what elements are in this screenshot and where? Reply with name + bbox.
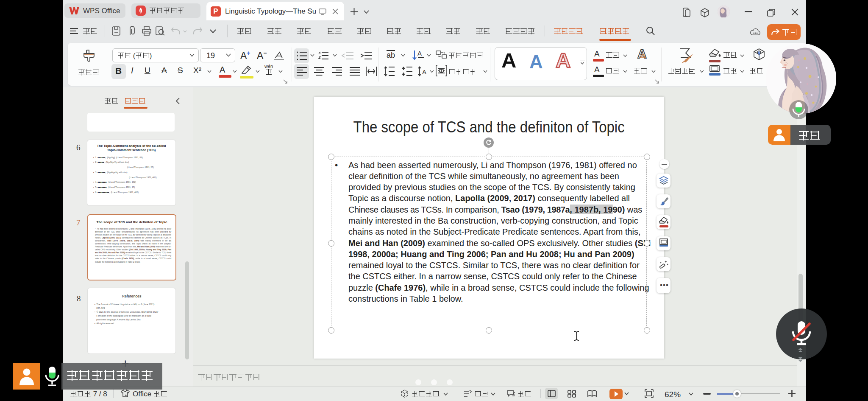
- svg-text:A: A: [417, 50, 422, 57]
- svg-text:A: A: [422, 68, 426, 76]
